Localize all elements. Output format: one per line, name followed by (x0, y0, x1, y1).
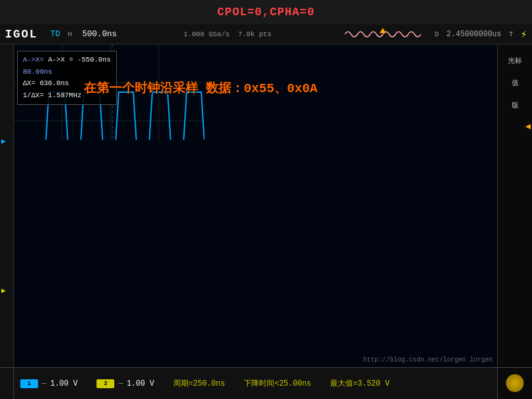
ch1-level-arrow: ▶ (1, 137, 6, 146)
scope-mode: TD (50, 29, 60, 39)
scope-timebase: 500.0ns (82, 29, 117, 39)
waveform-area: A->X= A->X = -550.0ns 80.00ns ΔX= 630.0n… (14, 44, 497, 367)
footer-content: 1 — 1.00 V 2 — 1.00 V 周期=250.0ns 下降时间<25… (14, 378, 497, 389)
sidebar-label-3: 版 (500, 100, 529, 110)
scope-header: IGOL TD H 500.0ns 1.000 GSa/s 7.0k pts D… (0, 24, 532, 44)
page-wrapper: CPOL=0,CPHA=0 IGOL TD H 500.0ns 1.000 GS… (0, 0, 532, 399)
footer-right-spacer (497, 368, 532, 399)
scope-brand: IGOL (5, 28, 37, 41)
scope-footer: 1 — 1.00 V 2 — 1.00 V 周期=250.0ns 下降时间<25… (0, 367, 532, 399)
footer-decoration (506, 374, 524, 392)
scope-trigger-ch: D (435, 30, 439, 38)
scope-sample-info: 1.000 GSa/s 7.0k pts (124, 30, 331, 38)
ch2-footer: 2 — 1.00 V (96, 379, 154, 388)
battery-icon: ⚡ (521, 28, 527, 41)
ch2-level-arrow: ▶ (1, 286, 6, 295)
svg-marker-0 (380, 28, 386, 33)
scope-screen: IGOL TD H 500.0ns 1.000 GSa/s 7.0k pts D… (0, 24, 532, 399)
meas-b: 80.00ns (23, 66, 111, 78)
watermark: http://blog.csdn.net/lorgen lorgen (363, 356, 493, 363)
meas-a-to-x: A->X= A->X = -550.0ns (23, 54, 111, 66)
scope-cursor-time: 2.45000000us (446, 30, 501, 39)
scope-right-sidebar: 光标 值 版 ◀ (497, 44, 532, 367)
footer-fall-time: 下降时间<25.00ns (244, 378, 311, 389)
ch2-dash: — (118, 379, 123, 388)
ch1-scale: 1.00 V (50, 379, 77, 388)
top-annotation-bar: CPOL=0,CPHA=0 (0, 0, 532, 24)
footer-max-val: 最大值=3.520 V (330, 378, 390, 389)
footer-period: 周期=250.0ns (173, 378, 225, 389)
ch2-scale: 1.00 V (127, 379, 154, 388)
ch2-indicator: 2 (96, 379, 114, 388)
scope-coupling: H (68, 30, 72, 38)
scope-t-label: T (509, 30, 514, 38)
cpol-cpha-label: CPOL=0,CPHA=0 (217, 6, 314, 18)
scope-left-sidebar: ▶ ▶ (0, 44, 14, 367)
ch1-footer: 1 — 1.00 V (20, 379, 77, 388)
ch1-indicator: 1 (20, 379, 38, 388)
chinese-annotation: 在第一个时钟沿采样 数据：0x55、0x0A (84, 79, 317, 97)
trigger-signal-display (345, 28, 421, 41)
sidebar-label-2: 值 (500, 78, 529, 88)
trigger-level-arrow: ◀ (526, 121, 531, 132)
ch1-dash: — (42, 379, 46, 388)
footer-left-spacer (0, 368, 14, 399)
sidebar-label-1: 光标 (500, 56, 529, 65)
measurement-box: A->X= A->X = -550.0ns 80.00ns ΔX= 630.0n… (17, 51, 117, 105)
